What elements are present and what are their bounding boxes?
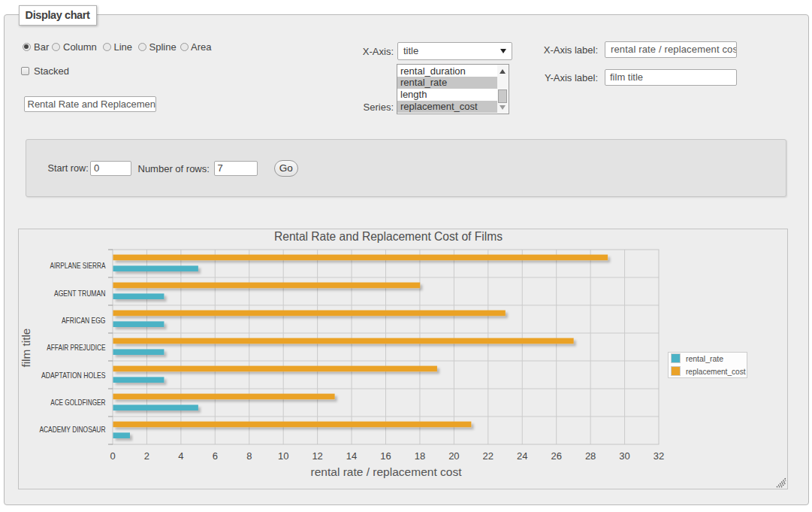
svg-text:10: 10 <box>278 450 288 462</box>
svg-text:Rental Rate and Replacement Co: Rental Rate and Replacement Cost of Film… <box>274 229 503 243</box>
svg-text:2: 2 <box>144 450 149 462</box>
svg-text:6: 6 <box>213 450 218 462</box>
svg-text:28: 28 <box>585 450 596 462</box>
svg-text:32: 32 <box>654 450 664 462</box>
svg-text:rental_rate: rental_rate <box>686 354 723 363</box>
svg-text:26: 26 <box>551 450 561 462</box>
svg-text:ACADEMY DINOSAUR: ACADEMY DINOSAUR <box>39 425 105 434</box>
svg-text:rental rate / replacement cost: rental rate / replacement cost <box>311 466 462 478</box>
svg-text:AFFAIR PREJUDICE: AFFAIR PREJUDICE <box>47 343 105 352</box>
svg-text:20: 20 <box>448 450 459 462</box>
svg-text:16: 16 <box>380 450 391 462</box>
svg-text:replacement_cost: replacement_cost <box>686 367 746 376</box>
svg-text:24: 24 <box>517 450 527 462</box>
svg-text:30: 30 <box>619 450 629 462</box>
svg-text:film title: film title <box>20 328 32 367</box>
svg-text:AFRICAN EGG: AFRICAN EGG <box>62 316 106 325</box>
svg-text:8: 8 <box>246 450 252 462</box>
svg-text:ACE GOLDFINGER: ACE GOLDFINGER <box>50 398 106 407</box>
svg-text:18: 18 <box>415 450 425 462</box>
svg-text:4: 4 <box>178 450 183 462</box>
svg-text:12: 12 <box>312 450 322 462</box>
svg-text:0: 0 <box>110 450 115 462</box>
svg-text:AIRPLANE SIERRA: AIRPLANE SIERRA <box>50 261 106 270</box>
svg-text:14: 14 <box>346 450 357 462</box>
svg-text:AGENT TRUMAN: AGENT TRUMAN <box>54 289 106 298</box>
svg-text:22: 22 <box>483 450 494 462</box>
svg-text:ADAPTATION HOLES: ADAPTATION HOLES <box>41 371 106 380</box>
